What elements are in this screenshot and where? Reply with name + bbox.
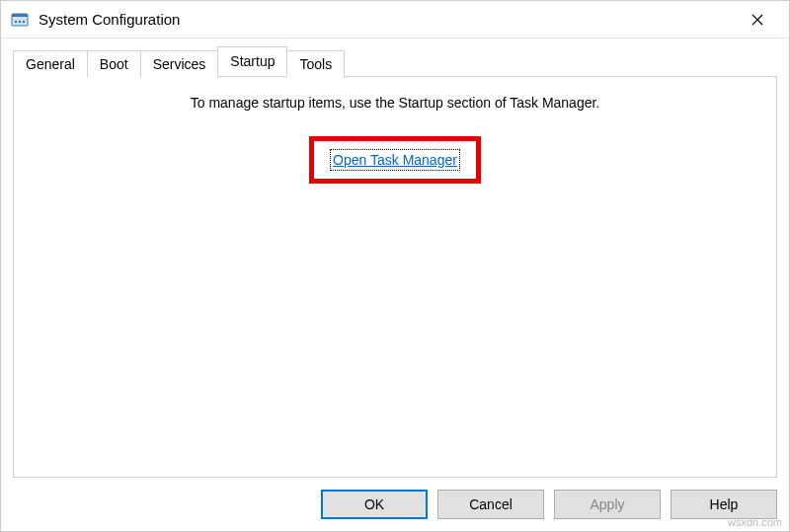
- tabs-area: General Boot Services Startup Tools To m…: [13, 48, 777, 478]
- msconfig-icon: [11, 11, 29, 29]
- watermark: wsxdn.com: [728, 516, 782, 528]
- svg-rect-1: [12, 14, 28, 17]
- tab-boot[interactable]: Boot: [87, 50, 141, 77]
- button-row: OK Cancel Apply Help: [13, 478, 777, 519]
- tab-strip: General Boot Services Startup Tools: [13, 48, 777, 76]
- svg-point-4: [23, 20, 25, 22]
- close-icon: [751, 14, 763, 26]
- dialog-body: General Boot Services Startup Tools To m…: [1, 38, 789, 531]
- ok-button[interactable]: OK: [321, 490, 428, 519]
- startup-message: To manage startup items, use the Startup…: [30, 95, 760, 111]
- link-focus-ring: Open Task Manager: [330, 149, 460, 171]
- tab-startup[interactable]: Startup: [217, 46, 287, 76]
- cancel-button[interactable]: Cancel: [437, 490, 544, 519]
- svg-point-2: [15, 20, 17, 22]
- tab-tools[interactable]: Tools: [286, 50, 345, 77]
- close-button[interactable]: [738, 5, 777, 35]
- tab-services[interactable]: Services: [140, 50, 219, 77]
- svg-point-3: [19, 20, 21, 22]
- open-task-manager-link[interactable]: Open Task Manager: [333, 152, 457, 168]
- title-bar: System Configuration: [1, 1, 789, 38]
- apply-button: Apply: [554, 490, 661, 519]
- system-configuration-window: System Configuration General Boot Servic…: [0, 0, 790, 532]
- help-button[interactable]: Help: [671, 490, 777, 519]
- tab-panel-startup: To manage startup items, use the Startup…: [13, 76, 777, 478]
- window-title: System Configuration: [39, 11, 738, 28]
- tab-general[interactable]: General: [13, 50, 88, 77]
- highlight-annotation: Open Task Manager: [309, 136, 481, 184]
